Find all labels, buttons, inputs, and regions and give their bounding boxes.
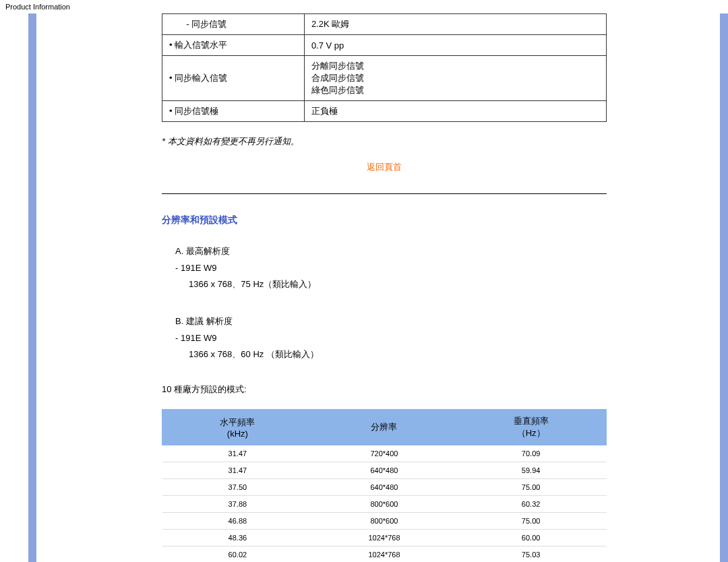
- spec-value: 2.2K 歐姆: [304, 14, 606, 35]
- mode-cell-v: 59.94: [456, 462, 607, 479]
- col-header-vfreq: 垂直頻率 （Hz）: [456, 410, 607, 445]
- mode-cell-v: 75.00: [456, 479, 607, 496]
- mode-cell-v: 60.32: [456, 496, 607, 513]
- col-header-resolution: 分辨率: [313, 410, 456, 445]
- preset-modes-table: 水平頻率 (kHz) 分辨率 垂直頻率 （Hz） 31.47720*40070.…: [162, 409, 607, 562]
- mode-row: 46.88800*60075.00: [162, 513, 607, 530]
- spec-label: • 同步輸入信號: [162, 56, 305, 101]
- mode-cell-res: 720*400: [313, 445, 456, 462]
- mode-cell-res: 640*480: [313, 462, 456, 479]
- spec-label: • 同步信號極: [162, 101, 305, 122]
- max-res-heading: A. 最高解析度: [175, 243, 607, 260]
- rec-res-model: - 191E W9: [175, 330, 607, 347]
- rec-res-detail: 1366 x 768、60 Hz （類比輸入）: [189, 346, 607, 363]
- mode-cell-h: 48.36: [162, 530, 313, 547]
- mode-cell-res: 640*480: [313, 479, 456, 496]
- mode-row: 31.47720*40070.09: [162, 445, 607, 462]
- spec-row: - 同步信號2.2K 歐姆: [162, 14, 607, 35]
- max-res-model: - 191E W9: [175, 260, 607, 277]
- mode-cell-res: 1024*768: [313, 547, 456, 562]
- spec-row: • 同步信號極正負極: [162, 101, 607, 122]
- back-to-top-link[interactable]: 返回頁首: [367, 162, 402, 172]
- mode-cell-v: 70.09: [456, 445, 607, 462]
- left-sideband: [28, 13, 36, 562]
- mode-cell-v: 75.03: [456, 547, 607, 562]
- mode-cell-h: 60.02: [162, 547, 313, 562]
- col-header-hfreq: 水平頻率 (kHz): [162, 410, 313, 445]
- spec-value: 分離同步信號 合成同步信號 綠色同步信號: [304, 56, 606, 101]
- mode-cell-h: 31.47: [162, 445, 313, 462]
- max-res-detail: 1366 x 768、75 Hz（類比輸入）: [189, 276, 607, 293]
- right-sideband: [720, 13, 728, 562]
- mode-cell-v: 75.00: [456, 513, 607, 530]
- mode-cell-h: 37.88: [162, 496, 313, 513]
- mode-row: 48.361024*76860.00: [162, 530, 607, 547]
- mode-row: 37.88800*60060.32: [162, 496, 607, 513]
- max-resolution-block: A. 最高解析度 - 191E W9 1366 x 768、75 Hz（類比輸入…: [175, 243, 607, 293]
- spec-label: - 同步信號: [162, 14, 305, 35]
- spec-label: • 輸入信號水平: [162, 35, 305, 56]
- change-notice: * 本文資料如有變更不再另行通知。: [162, 135, 607, 148]
- mode-cell-h: 46.88: [162, 513, 313, 530]
- rec-res-heading: B. 建議 解析度: [175, 313, 607, 330]
- rec-resolution-block: B. 建議 解析度 - 191E W9 1366 x 768、60 Hz （類比…: [175, 313, 607, 363]
- mode-row: 31.47640*48059.94: [162, 462, 607, 479]
- spec-value: 正負極: [304, 101, 606, 122]
- section-divider: [162, 193, 607, 194]
- section-title-resolution: 分辨率和預設模式: [162, 214, 607, 226]
- mode-cell-v: 60.00: [456, 530, 607, 547]
- mode-cell-res: 800*600: [313, 496, 456, 513]
- spec-table: - 同步信號2.2K 歐姆• 輸入信號水平0.7 V pp• 同步輸入信號分離同…: [162, 13, 607, 122]
- spec-row: • 輸入信號水平0.7 V pp: [162, 35, 607, 56]
- spec-row: • 同步輸入信號分離同步信號 合成同步信號 綠色同步信號: [162, 56, 607, 101]
- mode-row: 60.021024*76875.03: [162, 547, 607, 562]
- mode-cell-h: 37.50: [162, 479, 313, 496]
- page-title: Product Information: [0, 0, 728, 13]
- spec-value: 0.7 V pp: [304, 35, 606, 56]
- mode-cell-res: 1024*768: [313, 530, 456, 547]
- preset-modes-title: 10 種廠方預設的模式:: [162, 383, 607, 396]
- mode-cell-h: 31.47: [162, 462, 313, 479]
- main-content: - 同步信號2.2K 歐姆• 輸入信號水平0.7 V pp• 同步輸入信號分離同…: [44, 13, 712, 562]
- mode-row: 37.50640*48075.00: [162, 479, 607, 496]
- content-wrapper: - 同步信號2.2K 歐姆• 輸入信號水平0.7 V pp• 同步輸入信號分離同…: [0, 13, 728, 562]
- mode-cell-res: 800*600: [313, 513, 456, 530]
- back-to-top-wrap: 返回頁首: [162, 161, 607, 173]
